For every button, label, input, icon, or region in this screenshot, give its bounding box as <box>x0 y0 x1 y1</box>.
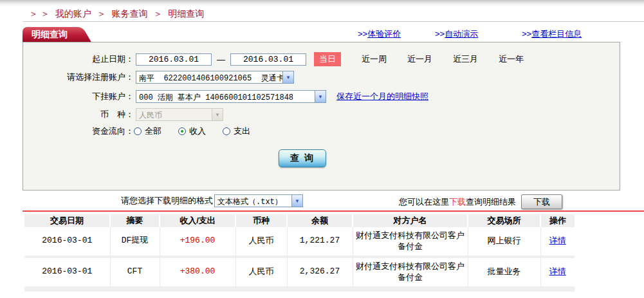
sub-account-select[interactable]: 000 活期 基本户 1406600101102571848 ▼ <box>136 90 326 103</box>
save-monthly-snapshot-link[interactable]: 保存近一个月的明细快照 <box>336 91 428 102</box>
col-header-currency: 币种 <box>235 214 287 227</box>
currency-row: 币 种： 人民币 ▼ <box>23 108 614 121</box>
tab-detail-query: 明细查询 <box>23 27 78 42</box>
flow-option-all[interactable]: 全部 <box>134 126 161 137</box>
cell-amount: +380.00 <box>160 258 235 286</box>
breadcrumb-prefix: ＞ ＞ <box>29 8 50 19</box>
quick-range-last-quarter[interactable]: 近三月 <box>453 53 478 65</box>
chevron-down-icon: ▼ <box>282 71 293 83</box>
breadcrumb: ＞ ＞ 我的账户 ＞ 账务查询 ＞ 明细查询 <box>26 8 204 20</box>
date-range-row: 起止日期： — 当日 近一周 近一月 近三月 近一年 <box>23 52 614 66</box>
registered-account-select[interactable]: 南平 6222001406100921065 灵通卡 ▼ <box>136 71 294 84</box>
transaction-table: 交易日期 摘要 收入/支出 币种 余额 对方户名 交易场所 操作 2016-03… <box>24 214 575 292</box>
download-hint-area: 您可以在这里下载查询明细结果 下载 <box>399 194 562 209</box>
download-hint-prefix: 您可以在这里 <box>399 196 449 208</box>
quick-range-last-month[interactable]: 近一月 <box>407 53 432 65</box>
cell-balance: 1,221.27 <box>287 227 353 256</box>
download-hint-highlight: 下载 <box>449 196 466 208</box>
col-header-balance: 余额 <box>287 214 353 227</box>
breadcrumb-item-my-account[interactable]: 我的账户 <box>55 8 91 19</box>
fund-flow-label: 资金流向： <box>23 126 134 137</box>
quick-range-today[interactable]: 当日 <box>314 52 341 66</box>
col-header-counterparty: 对方户名 <box>353 214 468 227</box>
tab-title: 明细查询 <box>32 29 68 39</box>
view-column-info-link[interactable]: >>查看栏目信息 <box>522 28 582 40</box>
cell-channel: 网上银行 <box>468 227 540 256</box>
sub-account-row: 下挂账户： 000 活期 基本户 1406600101102571848 ▼ 保… <box>23 90 614 103</box>
radio-checked-icon[interactable] <box>178 127 186 135</box>
table-row: 2016-03-01 DF提现 +196.00 人民币 1,221.27 财付通… <box>24 227 575 256</box>
breadcrumb-item-account-query[interactable]: 账务查询 <box>112 8 148 19</box>
col-header-amount: 收入/支出 <box>160 214 235 227</box>
cell-date: 2016-03-01 <box>24 258 110 286</box>
query-button[interactable]: 查 询 <box>279 149 326 167</box>
detail-query-page: ＞ ＞ 我的账户 ＞ 账务查询 ＞ 明细查询 明细查询 >>体验评价 >>自动演… <box>0 0 644 298</box>
double-arrow-icon: >> <box>358 29 367 39</box>
auto-demo-link[interactable]: >>自动演示 <box>435 28 478 40</box>
experience-feedback-link[interactable]: >>体验评价 <box>358 28 401 40</box>
col-header-summary: 摘要 <box>110 214 160 227</box>
cell-counterparty: 财付通支付科技有限公司客户备付金 <box>353 227 468 256</box>
flow-option-income[interactable]: 收入 <box>178 126 206 137</box>
chevron-down-icon: ▼ <box>212 109 223 120</box>
chevron-down-icon: ▼ <box>315 91 326 102</box>
table-row: 2016-03-01 CFT +380.00 人民币 2,326.27 财付通支… <box>24 258 575 286</box>
breadcrumb-separator: ＞ <box>97 8 106 19</box>
download-format-select[interactable]: 文本格式（.txt） ▼ <box>214 194 303 207</box>
radio-unchecked-icon[interactable] <box>223 127 230 135</box>
registered-account-value: 南平 6222001406100921065 灵通卡 <box>136 71 282 83</box>
col-header-date: 交易日期 <box>24 214 110 227</box>
currency-select-disabled: 人民币 ▼ <box>136 108 223 121</box>
cell-balance: 2,326.27 <box>287 258 353 286</box>
download-format-label: 请您选择下载明细的格式 <box>121 195 213 207</box>
currency-value: 人民币 <box>136 109 212 120</box>
cell-channel: 批量业务 <box>468 258 540 286</box>
quick-range-last-year[interactable]: 近一年 <box>499 53 524 65</box>
date-range-dash: — <box>217 55 225 64</box>
top-gradient-bar <box>0 0 644 6</box>
flow-option-expense[interactable]: 支出 <box>223 126 250 137</box>
download-button[interactable]: 下载 <box>521 194 562 209</box>
download-format-value: 文本格式（.txt） <box>215 195 291 207</box>
flow-option-income-label: 收入 <box>189 126 206 137</box>
breadcrumb-divider <box>23 21 644 22</box>
sub-account-value: 000 活期 基本户 1406600101102571848 <box>136 91 315 102</box>
double-arrow-icon: >> <box>522 29 531 39</box>
currency-label: 币 种： <box>23 109 134 120</box>
registered-account-row: 请选择注册账户： 南平 6222001406100921065 灵通卡 ▼ <box>23 71 614 84</box>
cell-date: 2016-03-01 <box>24 227 110 256</box>
table-top-red-divider <box>23 210 644 212</box>
registered-account-label: 请选择注册账户： <box>23 71 134 83</box>
chevron-down-icon: ▼ <box>291 195 302 207</box>
fund-flow-row: 资金流向： 全部 收入 支出 <box>23 126 614 137</box>
flow-option-all-label: 全部 <box>145 126 161 137</box>
table-header-row: 交易日期 摘要 收入/支出 币种 余额 对方户名 交易场所 操作 <box>24 214 575 227</box>
cell-amount: +196.00 <box>160 227 235 256</box>
cell-summary: CFT <box>110 258 160 286</box>
download-format-area: 请您选择下载明细的格式 文本格式（.txt） ▼ <box>121 194 303 207</box>
breadcrumb-item-detail-query[interactable]: 明细查询 <box>168 8 204 19</box>
start-date-input[interactable] <box>136 53 212 66</box>
breadcrumb-separator: ＞ <box>153 8 162 19</box>
sub-account-label: 下挂账户： <box>23 91 134 102</box>
date-range-label: 起止日期： <box>23 53 134 65</box>
double-arrow-icon: >> <box>435 29 445 39</box>
query-form-panel: 起止日期： — 当日 近一周 近一月 近三月 近一年 请选择注册账户： 南平 6… <box>23 42 620 191</box>
download-hint-suffix: 查询明细结果 <box>466 196 516 208</box>
cell-summary: DF提现 <box>110 227 160 256</box>
cell-currency: 人民币 <box>235 227 287 256</box>
flow-option-expense-label: 支出 <box>234 126 250 137</box>
col-header-action: 操作 <box>540 214 575 227</box>
cell-counterparty: 财付通支付科技有限公司客户备付金 <box>353 258 468 286</box>
quick-range-last-week[interactable]: 近一周 <box>362 53 387 65</box>
table-bottom-strip <box>24 286 575 292</box>
end-date-input[interactable] <box>230 53 306 66</box>
detail-link[interactable]: 详情 <box>549 266 566 276</box>
detail-link[interactable]: 详情 <box>549 236 566 245</box>
cell-currency: 人民币 <box>235 258 287 286</box>
col-header-channel: 交易场所 <box>468 214 540 227</box>
radio-unchecked-icon[interactable] <box>134 127 142 135</box>
